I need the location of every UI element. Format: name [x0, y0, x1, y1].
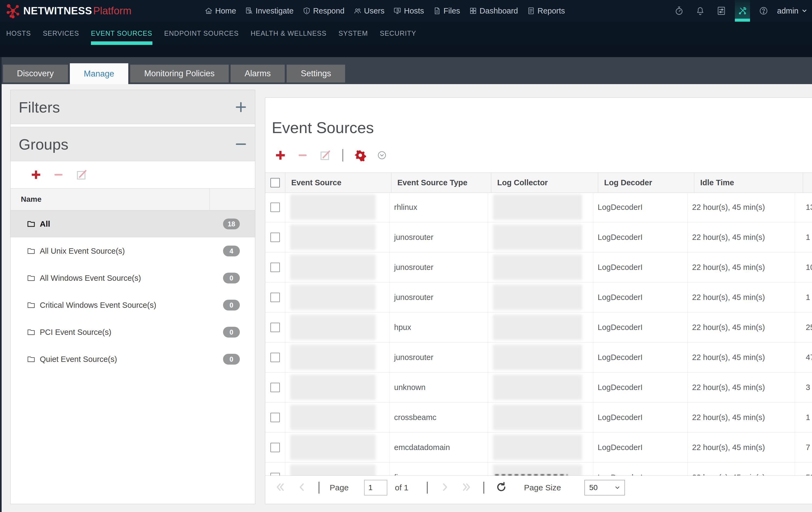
table-row[interactable]: emcdatadomain LogDecoderI 22 hour(s), 45…	[265, 432, 812, 462]
admin-tools-button[interactable]	[735, 0, 750, 22]
subnav-health-wellness[interactable]: HEALTH & WELLNESS	[251, 22, 327, 45]
row-checkbox[interactable]	[270, 233, 280, 242]
topnav-users[interactable]: Users	[353, 6, 385, 16]
group-row-quiet[interactable]: Quiet Event Source(s) 0	[10, 346, 255, 373]
remove-group-button[interactable]	[53, 170, 64, 180]
add-group-button[interactable]	[30, 169, 42, 181]
settings-dropdown-button[interactable]	[377, 151, 386, 160]
subnav-endpoint-sources[interactable]: ENDPOINT SOURCES	[164, 22, 239, 45]
row-checkbox[interactable]	[270, 473, 280, 476]
tab-alarms[interactable]: Alarms	[231, 65, 285, 83]
table-row[interactable]: hpux LogDecoderI 22 hour(s), 45 min(s) 2…	[265, 312, 812, 342]
settings-gear-button[interactable]	[354, 149, 367, 161]
groups-section-header: Groups	[10, 127, 255, 161]
brand-name: NETWITNESS	[23, 5, 92, 17]
row-checkbox[interactable]	[270, 203, 280, 212]
event-source-type: hpux	[390, 312, 488, 342]
topnav-respond[interactable]: Respond	[302, 6, 345, 16]
add-event-source-button[interactable]	[274, 149, 287, 161]
row-checkbox[interactable]	[270, 323, 280, 332]
column-header-event-source-type[interactable]: Event Source Type	[392, 173, 491, 192]
subnav-security[interactable]: SECURITY	[380, 22, 416, 45]
page-input[interactable]	[364, 480, 387, 495]
help-button[interactable]	[756, 0, 771, 22]
page-of-label: of 1	[395, 483, 408, 492]
plus-icon	[234, 101, 248, 114]
table-row[interactable]: junosrouter LogDecoderI 22 hour(s), 45 m…	[265, 252, 812, 282]
bell-icon	[695, 6, 705, 16]
table-row[interactable]: rhlinux LogDecoderI 22 hour(s), 45 min(s…	[265, 192, 812, 222]
first-page-button[interactable]	[276, 482, 286, 493]
topnav-hosts[interactable]: Hosts	[393, 6, 424, 16]
table-row[interactable]: crossbeamc LogDecoderI 22 hour(s), 45 mi…	[265, 402, 812, 432]
select-all-checkbox[interactable]	[270, 178, 280, 187]
tab-monitoring-policies[interactable]: Monitoring Policies	[130, 65, 229, 83]
topnav-dashboard[interactable]: Dashboard	[469, 6, 518, 16]
topnav-files[interactable]: Files	[433, 6, 460, 16]
user-menu[interactable]: admin	[777, 6, 808, 16]
group-row-pci[interactable]: PCI Event Source(s) 0	[10, 319, 255, 346]
row-checkbox[interactable]	[270, 353, 280, 362]
topnav-reports[interactable]: Reports	[527, 6, 565, 16]
group-row-critical-windows[interactable]: Critical Windows Event Source(s) 0	[10, 292, 255, 319]
column-header-total-count[interactable]: Total Count	[803, 173, 812, 192]
subnav-services[interactable]: SERVICES	[43, 22, 79, 45]
row-checkbox[interactable]	[270, 293, 280, 302]
group-row-windows[interactable]: All Windows Event Source(s) 0	[10, 265, 255, 292]
expand-filters-button[interactable]	[234, 101, 248, 114]
table-row[interactable]: unknown LogDecoderI 22 hour(s), 45 min(s…	[265, 372, 812, 402]
filters-title: Filters	[19, 98, 60, 116]
page-size-select[interactable]: 50	[584, 480, 625, 495]
row-checkbox[interactable]	[270, 413, 280, 422]
groups-name-header[interactable]: Name	[10, 188, 255, 210]
folder-icon	[26, 220, 36, 228]
row-checkbox[interactable]	[270, 383, 280, 392]
topnav-home[interactable]: Home	[205, 6, 236, 16]
toolbar-divider	[342, 149, 343, 161]
subnav-event-sources[interactable]: EVENT SOURCES	[91, 22, 152, 45]
table-row[interactable]: junosrouter LogDecoderI 22 hour(s), 45 m…	[265, 342, 812, 372]
edit-group-button[interactable]	[75, 168, 88, 181]
table-row[interactable]: junosrouter LogDecoderI 22 hour(s), 45 m…	[265, 282, 812, 312]
total-count: 25	[795, 312, 812, 342]
subnav-system[interactable]: SYSTEM	[338, 22, 368, 45]
row-checkbox[interactable]	[270, 263, 280, 272]
remove-event-source-button[interactable]	[297, 150, 308, 160]
hosts-icon	[393, 7, 401, 15]
total-count: 1	[795, 282, 812, 312]
subnav-hosts[interactable]: HOSTS	[6, 22, 31, 45]
tab-discovery[interactable]: Discovery	[3, 65, 68, 83]
plus-icon	[30, 169, 42, 181]
notifications-button[interactable]	[693, 0, 708, 22]
event-source-type: junosrouter	[390, 252, 488, 282]
row-checkbox[interactable]	[270, 443, 280, 452]
topnav-investigate[interactable]: Investigate	[245, 6, 293, 16]
next-page-button[interactable]	[439, 482, 450, 493]
page-size-value: 50	[589, 483, 598, 492]
tab-settings[interactable]: Settings	[287, 65, 345, 83]
group-row-all[interactable]: All 18	[10, 210, 255, 238]
redacted-event-source	[290, 374, 376, 400]
table-body: rhlinux LogDecoderI 22 hour(s), 45 min(s…	[265, 192, 812, 476]
last-page-button[interactable]	[460, 482, 471, 493]
redacted-log-collector	[493, 344, 582, 370]
previous-page-button[interactable]	[297, 482, 308, 493]
group-row-unix[interactable]: All Unix Event Source(s) 4	[10, 238, 255, 265]
collapse-groups-button[interactable]	[234, 138, 248, 151]
redacted-log-collector	[493, 314, 582, 340]
column-header-log-decoder[interactable]: Log Decoder	[598, 173, 694, 192]
column-header-idle-time[interactable]: Idle Time	[694, 173, 803, 192]
table-row[interactable]: firepass LogDecoderI 22 hour(s), 45 min(…	[265, 462, 812, 476]
edit-event-source-button[interactable]	[319, 149, 331, 162]
jobs-button[interactable]	[671, 0, 687, 22]
column-header-log-collector[interactable]: Log Collector	[491, 173, 598, 192]
chevron-down-circle-icon	[377, 151, 386, 160]
refresh-button[interactable]	[495, 481, 507, 494]
idle-time: 22 hour(s), 45 min(s)	[688, 192, 795, 222]
tab-manage[interactable]: Manage	[70, 63, 128, 84]
column-header-event-source[interactable]: Event Source	[285, 173, 392, 192]
table-row[interactable]: junosrouter LogDecoderI 22 hour(s), 45 m…	[265, 222, 812, 252]
idle-time: 22 hour(s), 45 min(s)	[688, 372, 795, 402]
topnav-label: Files	[444, 6, 460, 16]
preferences-button[interactable]	[714, 0, 729, 22]
